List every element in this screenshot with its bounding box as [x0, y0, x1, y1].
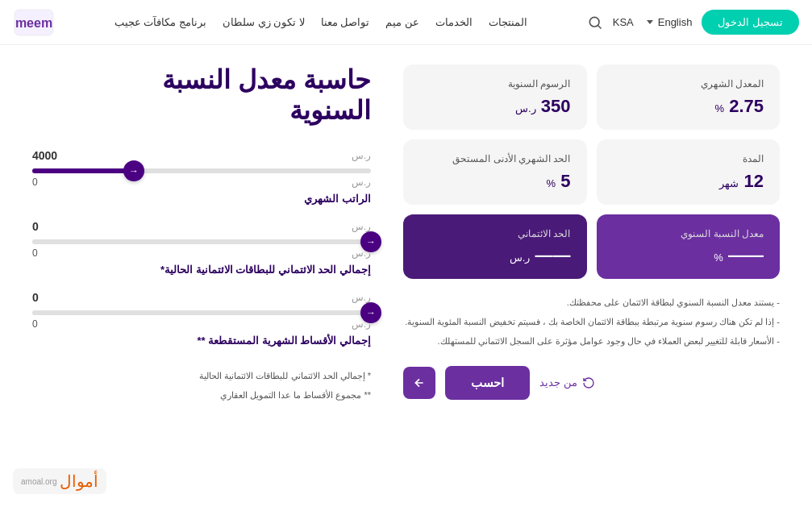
installments-currency: ر.س — [352, 292, 371, 303]
installments-slider-track[interactable]: → — [32, 310, 371, 315]
chevron-down-icon — [647, 20, 653, 24]
salary-slider-thumb[interactable]: → — [123, 160, 144, 181]
credit-slider-track[interactable]: → — [32, 239, 371, 244]
salary-zero-row: ر.س 0 — [32, 177, 371, 188]
note-2: - إذا لم تكن هناك رسوم سنوية مرتبطة ببطا… — [403, 314, 780, 330]
login-button[interactable]: تسجيل الدخول — [702, 10, 799, 35]
svg-line-1 — [598, 25, 601, 28]
credit-limit-slider-group: ر.س 0 → ر.س 0 إجمالي الحد الائتماني للبط… — [32, 220, 371, 276]
salary-value: 4000 — [32, 149, 57, 162]
credit-limit-value: 0 — [32, 220, 39, 233]
salary-slider-track[interactable]: → — [32, 168, 371, 173]
reset-button[interactable]: من جديد — [539, 376, 595, 389]
reset-icon — [582, 376, 595, 389]
installments-zero: 0 — [32, 318, 38, 330]
footnote1: * إجمالي الحد الائتماني للبطاقات الائتما… — [32, 368, 371, 384]
salary-zero-currency: ر.س — [352, 177, 371, 188]
salary-slider-group: ر.س 4000 → ر.س 0 الراتب الشهري — [32, 149, 371, 206]
credit-label: إجمالي الحد الائتماني للبطاقات الائتماني… — [160, 264, 371, 276]
nav-item-sultan[interactable]: لا تكون زي سلطان — [223, 16, 305, 28]
nav-item-products[interactable]: المنتجات — [489, 16, 527, 28]
monthly-rate-value: 2.75 % — [613, 96, 764, 117]
salary-currency: ر.س — [352, 150, 371, 161]
footnotes: * إجمالي الحد الائتماني للبطاقات الائتما… — [32, 368, 371, 407]
nav-item-rewards[interactable]: برنامج مكافآت عجيب — [115, 16, 206, 28]
main-content: حاسبة معدل النسبة السنوية ر.س 4000 → ر.س… — [0, 45, 812, 497]
min-limit-card: الحد الشهري الأدنى المستحق 5 % — [403, 139, 587, 205]
credit-limit-result-value: —— ر.س — [419, 245, 571, 266]
min-limit-label: الحد الشهري الأدنى المستحق — [419, 152, 571, 166]
right-panel: حاسبة معدل النسبة السنوية ر.س 4000 → ر.س… — [32, 64, 371, 480]
salary-label: الراتب الشهري — [304, 193, 371, 205]
credit-limit-card: الحد الائتماني —— ر.س — [403, 214, 587, 280]
annual-fees-card: الرسوم السنوية 350 ر.س — [403, 64, 587, 130]
note-1: - يستند معدل النسبة السنوي لبطاقة الائتم… — [403, 295, 780, 311]
installments-label: إجمالي الأقساط الشهرية المستقطعة ** — [197, 335, 371, 347]
credit-zero-row: ر.س 0 — [32, 247, 371, 259]
duration-label: المدة — [613, 152, 764, 166]
installments-slider-group: ر.س 0 → ر.س 0 إجمالي الأقساط الشهرية الم… — [32, 291, 371, 347]
slider-arrow-icon3: → — [366, 307, 376, 318]
installments-value: 0 — [32, 291, 39, 304]
credit-currency: ر.س — [352, 221, 371, 232]
credit-slider-thumb[interactable]: → — [360, 231, 381, 252]
svg-point-0 — [589, 17, 599, 27]
duration-card: المدة 12 شهر — [597, 139, 781, 205]
left-panel: المعدل الشهري 2.75 % الرسوم السنوية 350 … — [403, 64, 780, 480]
credit-limit-value-row: ر.س 0 — [32, 220, 371, 233]
footer-logo: أموال أموال amoal.org — [13, 468, 106, 494]
duration-value: 12 شهر — [613, 171, 764, 192]
slider-arrow-icon: → — [129, 165, 139, 177]
annual-fees-label: الرسوم السنوية — [419, 77, 571, 91]
language-selector[interactable]: English — [647, 16, 693, 28]
annual-rate-value: —— % — [613, 245, 764, 266]
navbar: تسجيل الدخول English KSA المنتجات الخدما… — [0, 0, 812, 45]
monthly-rate-label: المعدل الشهري — [613, 77, 764, 91]
back-arrow-icon — [413, 376, 426, 389]
credit-limit-result-label: الحد الائتماني — [419, 227, 571, 241]
nav-item-services[interactable]: الخدمات — [435, 16, 473, 28]
meem-logo-icon: meem — [13, 8, 55, 37]
nav-links: المنتجات الخدمات عن ميم تواصل معنا لا تك… — [115, 16, 527, 28]
salary-slider-fill — [32, 168, 134, 173]
slider-arrow-icon2: → — [366, 236, 376, 247]
annual-rate-card: معدل النسبة السنوي —— % — [597, 214, 781, 280]
installments-slider-thumb[interactable]: → — [360, 302, 381, 323]
footnote2: ** مجموع الأقساط ما عدا التمويل العقاري — [32, 388, 371, 404]
notes-section: - يستند معدل النسبة السنوي لبطاقة الائتم… — [403, 295, 780, 352]
min-limit-value: 5 % — [419, 171, 571, 192]
svg-text:meem: meem — [15, 16, 52, 30]
installments-zero-row: ر.س 0 — [32, 318, 371, 330]
amoal-badge: أموال أموال amoal.org — [13, 468, 106, 494]
monthly-rate-card: المعدل الشهري 2.75 % — [597, 64, 781, 130]
amoal-url: amoal.org — [21, 477, 56, 486]
nav-item-contact[interactable]: تواصل معنا — [321, 16, 370, 28]
amoal-arabic-text: أموال — [60, 472, 98, 491]
bottom-actions: من جديد احسب — [403, 366, 780, 400]
credit-zero: 0 — [32, 247, 38, 259]
salary-value-row: ر.س 4000 — [32, 149, 371, 162]
page-title: حاسبة معدل النسبة السنوية — [32, 64, 371, 127]
installments-value-row: ر.س 0 — [32, 291, 371, 304]
region-label: KSA — [613, 16, 634, 28]
calculate-button[interactable]: احسب — [445, 366, 530, 400]
logo[interactable]: meem — [13, 8, 55, 37]
search-icon[interactable] — [587, 15, 603, 31]
note-3: - الأسعار قابلة للتغيير لبعض العملاء في … — [403, 334, 780, 350]
back-button[interactable] — [403, 367, 435, 399]
nav-item-about[interactable]: عن ميم — [385, 16, 419, 28]
salary-zero: 0 — [32, 177, 38, 188]
reset-label: من جديد — [539, 376, 577, 389]
language-label: English — [658, 16, 693, 28]
results-grid: المعدل الشهري 2.75 % الرسوم السنوية 350 … — [403, 64, 780, 279]
navbar-left: تسجيل الدخول English KSA — [587, 10, 799, 35]
annual-rate-label: معدل النسبة السنوي — [613, 227, 764, 241]
annual-fees-value: 350 ر.س — [419, 96, 571, 117]
